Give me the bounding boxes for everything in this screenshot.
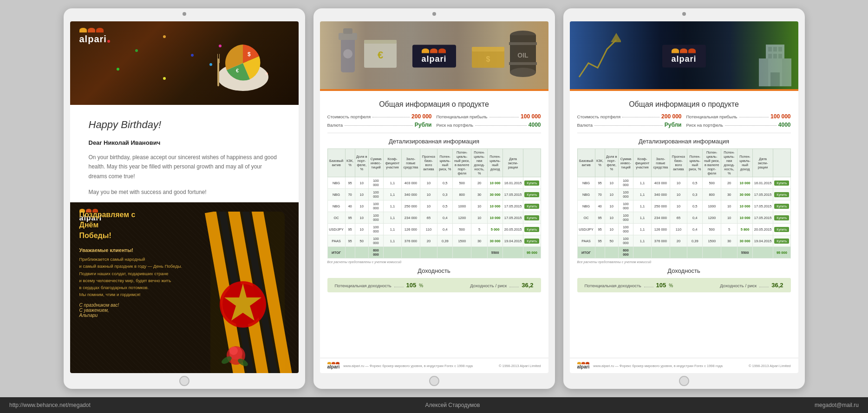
- buy-button[interactable]: Купить: [524, 239, 539, 244]
- table-cell[interactable]: Купить: [773, 200, 790, 212]
- buy-button[interactable]: Купить: [524, 181, 539, 186]
- table-cell: 30: [471, 235, 488, 247]
- table-cell: 30: [471, 189, 488, 200]
- table-cell: 1000: [453, 200, 471, 212]
- table-cell: 10 000: [488, 212, 503, 224]
- table-cell: 1,1: [633, 212, 651, 224]
- table-cell[interactable]: Купить: [523, 235, 541, 247]
- table-cell[interactable]: Купить: [523, 224, 541, 235]
- table-cell[interactable]: Купить: [773, 224, 790, 235]
- table-cell: 30 000: [737, 189, 753, 200]
- currency-row-3: Валюта Рубли: [577, 122, 682, 128]
- tablet-2-home-button[interactable]: [429, 376, 439, 386]
- buy-button[interactable]: Купить: [524, 204, 539, 209]
- yield-dots: [394, 287, 404, 287]
- table-cell[interactable]: Купить: [773, 235, 790, 247]
- table-cell[interactable]: Купить: [523, 189, 541, 200]
- table-cell: [345, 247, 355, 258]
- table-cell: USD/JPY: [577, 224, 595, 235]
- th-share-3: Доля в порт-феле, %: [605, 149, 619, 177]
- table-cell[interactable]: Купить: [523, 200, 541, 212]
- th-yield-val: Потен-циаль-ный доход: [488, 149, 503, 177]
- risk-ratio-dots-3: [759, 287, 769, 287]
- svg-text:OIL: OIL: [517, 52, 529, 59]
- svg-rect-28: [472, 47, 504, 52]
- table-cell: 20: [471, 177, 488, 189]
- table-cell: 100 000: [369, 200, 384, 212]
- table-cell: 600 000: [369, 247, 384, 258]
- footer-copyright-3: © 1998-2013 Alpari Limited: [749, 364, 791, 368]
- table-cell: [595, 247, 605, 258]
- buy-button[interactable]: Купить: [774, 227, 789, 232]
- dotted-line: [725, 125, 777, 126]
- table-cell: 0,4: [687, 212, 703, 224]
- svg-text:€: €: [236, 68, 239, 73]
- buy-button[interactable]: Купить: [524, 192, 539, 197]
- risk-label: Риск на портфель: [437, 123, 474, 128]
- dotted-line: [489, 117, 519, 117]
- profit-label: Потенциальная прибыль: [437, 114, 488, 119]
- buy-button[interactable]: Купить: [774, 204, 789, 209]
- table-cell: 40: [345, 200, 355, 212]
- table-cell[interactable]: Купить: [773, 212, 790, 224]
- buy-button[interactable]: Купить: [524, 215, 539, 220]
- svg-rect-3: [219, 54, 220, 63]
- table-cell: 10: [420, 177, 437, 189]
- victory-sign-3: Альпари: [79, 313, 206, 318]
- risk-ratio-label: Доходность / риск: [470, 283, 507, 288]
- table-cell: 100 000: [369, 189, 384, 200]
- risk-row: Риск на портфель 4000: [437, 122, 541, 128]
- th-forecast: Прогноз базо-вого актива: [420, 149, 437, 177]
- table-cell[interactable]: Купить: [523, 212, 541, 224]
- tablet-3-home-button[interactable]: [679, 376, 689, 386]
- detail-title-2: Детализированная информация: [327, 138, 541, 145]
- table-cell: 5: [721, 224, 737, 235]
- table-cell: 0,4: [437, 212, 453, 224]
- table-row: NBG7010100 0001,1340 000100,38003030 000…: [577, 189, 790, 200]
- table-cell: 95: [595, 212, 605, 224]
- table-cell: 17.05.2015: [753, 200, 773, 212]
- buy-button[interactable]: Купить: [774, 181, 789, 186]
- table-cell[interactable]: Купить: [523, 177, 541, 189]
- buy-button[interactable]: Купить: [524, 227, 539, 232]
- dotted-line: [622, 117, 659, 117]
- table-cell[interactable]: Купить: [773, 177, 790, 189]
- tablet-1-home-button[interactable]: [179, 376, 189, 386]
- logo-wave-2: [679, 49, 687, 53]
- profit-value: 100 000: [521, 113, 541, 120]
- table-cell[interactable]: Купить: [773, 189, 790, 200]
- logo-text-3: alpari: [671, 54, 696, 64]
- confetti-dot: [163, 35, 166, 38]
- table-cell: 1200: [703, 212, 721, 224]
- tablet-1-screen: alpari: [70, 21, 299, 373]
- table-cell: 1,1: [383, 189, 401, 200]
- detail-title-3: Детализированная информация: [577, 138, 791, 145]
- th-yield-pct-3: Потен-циаль-ная доход-ность, %: [721, 149, 737, 177]
- svg-point-32: [510, 68, 536, 77]
- table-cell: 17.05.2015: [503, 200, 523, 212]
- buy-button[interactable]: Купить: [774, 192, 789, 197]
- svg-rect-39: [773, 47, 777, 52]
- table-cell: 95: [345, 212, 355, 224]
- svg-rect-45: [782, 58, 791, 86]
- risk-value: 4000: [529, 122, 541, 128]
- table-cell: 65: [670, 212, 687, 224]
- table-cell: PAAS: [577, 235, 595, 247]
- th-action-3: [773, 149, 790, 177]
- table-cell: 10: [605, 177, 619, 189]
- buy-button[interactable]: Купить: [774, 215, 789, 220]
- table-cell: 10: [721, 200, 737, 212]
- confetti-dot: [163, 77, 166, 80]
- tablet-1: alpari: [64, 8, 305, 389]
- table-cell: 1500: [453, 235, 471, 247]
- buy-button[interactable]: Купить: [774, 239, 789, 244]
- birthday-paragraph-1: On your birthday, please accept our sinc…: [89, 153, 280, 181]
- table-cell: [453, 247, 471, 258]
- logo-wave-1: [79, 28, 87, 32]
- portfolio-row: Стоимость портфеля 200 000: [327, 113, 432, 120]
- table-cell: OC: [577, 212, 595, 224]
- alpari-banner-2: € alpari: [320, 21, 548, 91]
- th-share: Доля в порт-феле, %: [355, 149, 369, 177]
- table-cell: 800: [453, 189, 471, 200]
- table-cell: [670, 247, 687, 258]
